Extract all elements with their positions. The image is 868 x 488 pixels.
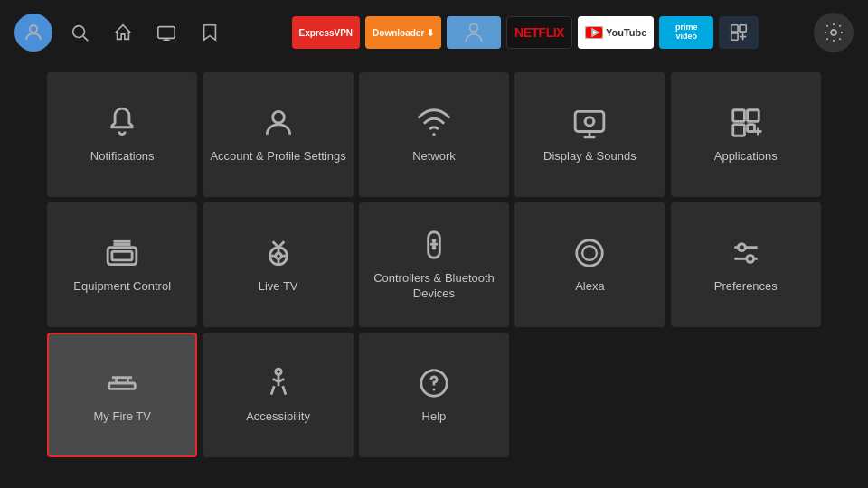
tile-preferences[interactable]: Preferences	[671, 202, 821, 327]
tv-icon[interactable]	[150, 16, 183, 49]
downloader-shortcut[interactable]: Downloader ⬇	[365, 16, 441, 49]
equipment-label: Equipment Control	[73, 279, 171, 295]
controllers-label: Controllers & Bluetooth Devices	[366, 271, 502, 302]
svg-rect-15	[576, 111, 605, 131]
svg-rect-9	[731, 33, 738, 40]
alexa-label: Alexa	[575, 279, 605, 295]
svg-point-48	[275, 369, 280, 374]
svg-point-42	[738, 243, 745, 250]
settings-grid: Notifications Account & Profile Settings…	[47, 72, 821, 457]
tile-applications[interactable]: Applications	[671, 72, 821, 197]
tile-my-fire-tv[interactable]: My Fire TV	[47, 333, 197, 457]
alexa-icon	[572, 236, 607, 270]
svg-rect-19	[733, 124, 745, 136]
tile-accessibility[interactable]: Accessibility	[203, 333, 353, 457]
home-icon[interactable]	[107, 16, 139, 49]
controllers-icon	[417, 228, 451, 262]
account-icon	[261, 106, 296, 140]
settings-main: Notifications Account & Profile Settings…	[0, 65, 868, 465]
tile-help[interactable]: Help	[359, 333, 509, 457]
svg-point-43	[747, 255, 754, 262]
svg-rect-3	[158, 27, 175, 39]
expressvpn-shortcut[interactable]: ExpressVPN	[292, 16, 360, 49]
topbar: ExpressVPN Downloader ⬇ NETFLIX YouTube …	[0, 0, 868, 65]
avatar[interactable]	[14, 14, 52, 52]
svg-point-0	[30, 25, 37, 33]
tile-controllers[interactable]: Controllers & Bluetooth Devices	[359, 202, 509, 327]
help-icon	[417, 366, 451, 400]
network-label: Network	[412, 149, 456, 164]
svg-rect-7	[731, 25, 738, 32]
bookmark-icon[interactable]	[193, 16, 226, 49]
toca-shortcut[interactable]	[447, 16, 501, 49]
app-shortcuts: ExpressVPN Downloader ⬇ NETFLIX YouTube …	[248, 16, 803, 49]
account-label: Account & Profile Settings	[210, 149, 345, 164]
svg-point-14	[432, 133, 435, 136]
help-label: Help	[422, 409, 447, 425]
equipment-icon	[105, 236, 139, 270]
svg-line-2	[83, 36, 88, 41]
svg-rect-24	[112, 251, 132, 260]
primevideo-shortcut[interactable]: primevideo	[659, 16, 713, 49]
svg-point-28	[275, 253, 280, 258]
accessibility-label: Accessibility	[246, 409, 310, 425]
applications-label: Applications	[714, 149, 778, 164]
accessibility-icon	[261, 366, 296, 400]
applications-icon	[729, 106, 763, 140]
netflix-shortcut[interactable]: NETFLIX	[506, 16, 572, 49]
tile-live-tv[interactable]: Live TV	[203, 202, 353, 327]
svg-point-12	[831, 30, 836, 35]
tile-display[interactable]: Display & Sounds	[514, 72, 665, 197]
tile-account[interactable]: Account & Profile Settings	[203, 72, 353, 197]
display-icon	[572, 106, 607, 140]
tile-network[interactable]: Network	[359, 72, 509, 197]
my-fire-tv-label: My Fire TV	[94, 409, 151, 425]
appstore-shortcut[interactable]	[719, 16, 759, 49]
network-icon	[417, 106, 451, 140]
notifications-icon	[105, 106, 139, 140]
preferences-icon	[729, 236, 763, 270]
live-tv-label: Live TV	[259, 279, 298, 295]
svg-point-38	[577, 239, 603, 266]
my-fire-tv-icon	[105, 366, 139, 400]
svg-rect-17	[733, 109, 745, 121]
preferences-label: Preferences	[714, 279, 778, 295]
svg-point-51	[433, 388, 436, 390]
notifications-label: Notifications	[90, 149, 155, 164]
svg-point-39	[582, 246, 597, 260]
svg-point-13	[272, 111, 284, 123]
tile-notifications[interactable]: Notifications	[47, 72, 197, 197]
display-label: Display & Sounds	[543, 149, 637, 164]
svg-rect-8	[740, 25, 746, 32]
svg-point-1	[73, 26, 85, 38]
nav-left	[14, 14, 226, 52]
tile-alexa[interactable]: Alexa	[514, 202, 665, 327]
tile-equipment[interactable]: Equipment Control	[47, 202, 197, 327]
settings-button[interactable]	[814, 13, 854, 52]
svg-rect-20	[747, 124, 754, 131]
live-tv-icon	[261, 236, 296, 270]
svg-rect-18	[747, 109, 759, 121]
svg-rect-44	[109, 383, 136, 389]
search-icon[interactable]	[63, 16, 96, 49]
svg-point-4	[470, 23, 478, 32]
youtube-shortcut[interactable]: YouTube	[578, 16, 654, 49]
